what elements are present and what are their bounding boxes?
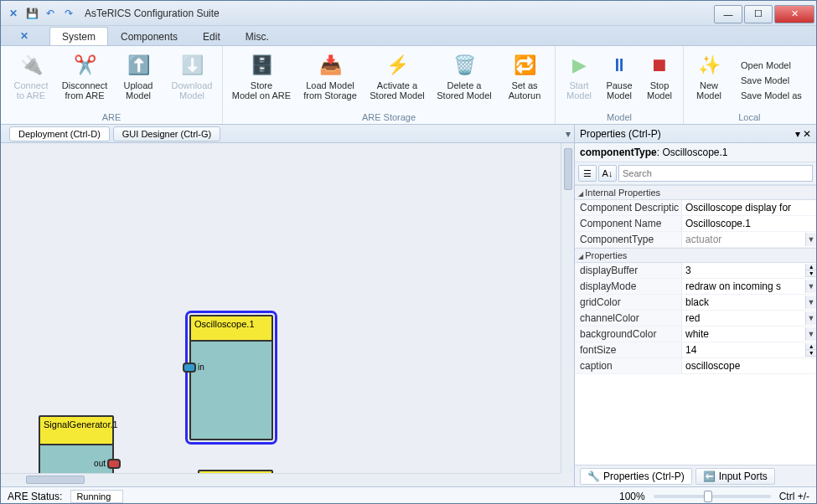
panel-close-icon[interactable]: ✕ <box>803 128 811 140</box>
comp-type-field <box>682 232 805 247</box>
row-displaymode: displayMode▼ <box>575 279 816 295</box>
group-storage-label: ARE Storage <box>228 111 550 122</box>
disconnect-are-button[interactable]: ✂️Disconnect from ARE <box>59 49 110 111</box>
tab-misc[interactable]: Misc. <box>233 27 282 45</box>
are-status-label: ARE Status: <box>8 491 62 502</box>
sort-alpha-icon[interactable]: A↓ <box>598 165 617 182</box>
tab-components[interactable]: Components <box>108 27 190 45</box>
autorun-icon: 🔁 <box>511 52 538 79</box>
zoom-slider[interactable] <box>654 495 771 498</box>
load-model-button[interactable]: 📥Load Model from Storage <box>298 49 362 111</box>
connect-are-button[interactable]: 🔌Connect to ARE <box>6 49 56 111</box>
new-model-button[interactable]: ✨New Model <box>689 49 729 111</box>
close-button[interactable]: ✕ <box>774 5 814 23</box>
property-grid[interactable]: Internal Properties Component Descriptic… <box>575 185 816 465</box>
tab-edit[interactable]: Edit <box>190 27 233 45</box>
block-signalgenerator-title: SignalGenerator.1 <box>40 417 112 445</box>
unplug-icon: ✂️ <box>71 52 98 79</box>
backgroundcolor-field[interactable] <box>682 327 805 342</box>
bottom-tab-input-ports[interactable]: ⬅️Input Ports <box>695 468 775 485</box>
spinner-icon[interactable]: ▲▼ <box>805 343 816 357</box>
store-model-button[interactable]: 🗄️Store Model on ARE <box>228 49 295 111</box>
search-input[interactable] <box>618 165 813 182</box>
canvas-hscroll[interactable] <box>1 473 561 486</box>
zoom-hint: Ctrl +/- <box>779 491 809 502</box>
ribbon-body: 🔌Connect to ARE ✂️Disconnect from ARE ⬆️… <box>1 46 816 125</box>
group-model-label: Model <box>561 111 678 122</box>
are-status-value: Running <box>70 490 123 503</box>
spinner-icon[interactable]: ▲▼ <box>805 264 816 277</box>
open-model-button[interactable]: Open Model <box>737 59 805 72</box>
chevron-down-icon[interactable]: ▼ <box>805 233 816 246</box>
wrench-icon: 🔧 <box>587 471 600 482</box>
minimize-button[interactable]: — <box>714 5 742 23</box>
group-local-label: Local <box>689 111 810 122</box>
canvas[interactable]: SignalGenerator.1 out Oscilloscope.1 in … <box>1 143 574 486</box>
section-properties[interactable]: Properties <box>575 248 816 263</box>
start-model-button[interactable]: ▶Start Model <box>561 49 597 111</box>
load-icon: 📥 <box>317 52 344 79</box>
stop-model-button[interactable]: ⏹Stop Model <box>641 49 678 111</box>
autorun-button[interactable]: 🔁Set as Autorun <box>499 49 550 111</box>
tab-gui-designer[interactable]: GUI Designer (Ctrl-G) <box>113 126 220 141</box>
chevron-down-icon[interactable]: ▼ <box>805 280 816 293</box>
qat-redo-icon[interactable]: ↷ <box>61 6 76 21</box>
port-icon: ⬅️ <box>703 471 716 482</box>
store-icon: 🗄️ <box>248 52 275 79</box>
play-icon: ▶ <box>566 52 592 79</box>
window-title: AsTeRICS Configuration Suite <box>76 8 714 19</box>
panel-pin-icon[interactable]: ▾ <box>795 128 800 140</box>
displaymode-field[interactable] <box>682 279 805 294</box>
canvas-vscroll[interactable] <box>561 143 574 473</box>
activate-icon: ⚡ <box>384 52 411 79</box>
channelcolor-field[interactable] <box>682 311 805 326</box>
port-osc-in-label: in <box>198 363 204 372</box>
app-icon: ✕ <box>6 6 21 21</box>
bottom-tab-properties[interactable]: 🔧Properties (Ctrl-P) <box>580 468 692 485</box>
maximize-button[interactable]: ☐ <box>744 5 773 23</box>
properties-title: Properties (Ctrl-P) <box>580 128 661 140</box>
tab-system[interactable]: System <box>49 27 108 45</box>
sort-categorized-icon[interactable]: ☰ <box>578 165 597 182</box>
gridcolor-field[interactable] <box>682 295 805 310</box>
properties-panel: Properties (Ctrl-P) ▾ ✕ componentType: O… <box>575 125 816 486</box>
ribbon-logo[interactable]: ✕ <box>6 27 43 45</box>
block-oscilloscope[interactable]: Oscilloscope.1 in <box>189 315 273 440</box>
title-bar: ✕ 💾 ↶ ↷ AsTeRICS Configuration Suite — ☐… <box>1 1 816 26</box>
row-comp-type: ComponentType▼ <box>575 232 816 248</box>
comp-desc-field[interactable] <box>682 200 816 215</box>
chevron-down-icon[interactable]: ▼ <box>805 311 816 325</box>
delete-model-button[interactable]: 🗑️Delete a Stored Model <box>432 49 496 111</box>
tabstrip-dropdown-icon[interactable]: ▾ <box>562 128 574 140</box>
activate-model-button[interactable]: ⚡Activate a Stored Model <box>365 49 429 111</box>
comp-name-field[interactable] <box>682 216 816 231</box>
zoom-slider-knob[interactable] <box>704 491 712 502</box>
pause-model-button[interactable]: ⏸Pause Model <box>601 49 638 111</box>
upload-model-button[interactable]: ⬆️Upload Model <box>113 49 163 111</box>
port-osc-in[interactable] <box>183 363 196 373</box>
download-icon: ⬇️ <box>178 52 205 79</box>
zoom-value: 100% <box>619 491 645 502</box>
qat-save-icon[interactable]: 💾 <box>24 6 39 21</box>
row-channelcolor: channelColor▼ <box>575 311 816 327</box>
stop-icon: ⏹ <box>646 52 673 79</box>
caption-field[interactable] <box>682 358 816 373</box>
save-model-button[interactable]: Save Model <box>737 74 805 87</box>
port-siggen-out[interactable] <box>107 459 121 469</box>
tab-deployment[interactable]: Deployment (Ctrl-D) <box>9 126 110 141</box>
pause-icon: ⏸ <box>606 52 633 79</box>
ribbon-tabstrip: ✕ System Components Edit Misc. <box>1 26 816 46</box>
qat-undo-icon[interactable]: ↶ <box>43 6 58 21</box>
plug-icon: 🔌 <box>18 52 44 79</box>
row-backgroundcolor: backgroundColor▼ <box>575 327 816 342</box>
fontsize-field[interactable] <box>682 342 805 357</box>
section-internal[interactable]: Internal Properties <box>575 185 816 200</box>
displaybuffer-field[interactable] <box>682 263 805 278</box>
download-model-button[interactable]: ⬇️Download Model <box>167 49 217 111</box>
wires <box>1 143 252 269</box>
workspace-tabstrip: Deployment (Ctrl-D) GUI Designer (Ctrl-G… <box>1 125 574 143</box>
chevron-down-icon[interactable]: ▼ <box>805 296 816 309</box>
chevron-down-icon[interactable]: ▼ <box>805 327 816 341</box>
save-model-as-button[interactable]: Save Model as <box>737 89 805 102</box>
properties-component-type: componentType: Oscilloscope.1 <box>575 143 816 162</box>
